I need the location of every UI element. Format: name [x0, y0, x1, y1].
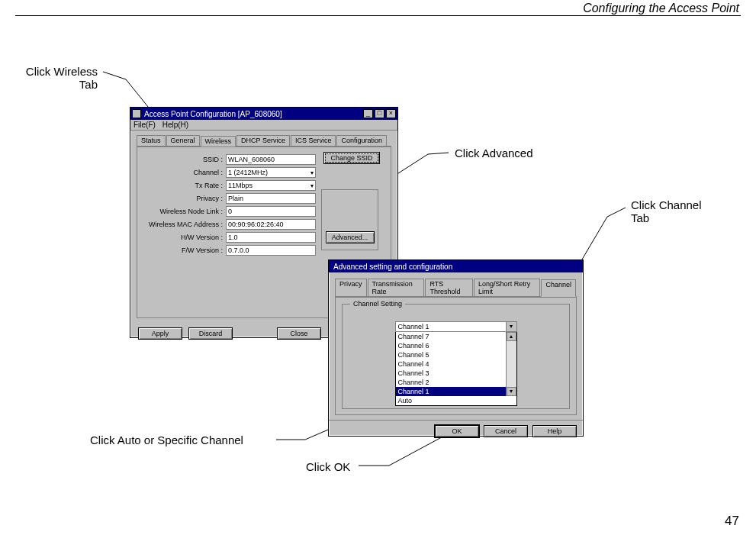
channel-group-title: Channel Setting: [350, 300, 405, 308]
privacy-label: Privacy :: [142, 195, 226, 202]
callout-advanced: Click Advanced: [455, 147, 533, 160]
channel-option-selected[interactable]: Channel 1: [396, 387, 516, 396]
callout-channel-tab: Click Channel Tab: [631, 198, 702, 224]
tab-adv-txrate[interactable]: Transmission Rate: [368, 279, 425, 296]
app-icon: [132, 109, 141, 118]
channel-option[interactable]: Channel 2: [396, 378, 516, 387]
fw-field: 0.7.0.0: [226, 245, 316, 256]
menubar: File(F) Help(H): [130, 120, 397, 131]
privacy-field[interactable]: Plain: [226, 193, 316, 204]
txrate-combo[interactable]: 11Mbps: [226, 180, 316, 191]
discard-button[interactable]: Discard: [188, 327, 233, 340]
nodelink-field: 0: [226, 206, 316, 217]
scroll-up-icon[interactable]: ▴: [507, 332, 516, 341]
channel-setting-group: Channel Setting Channel 1 ▾ ▴ ▾ Channel …: [342, 304, 570, 409]
nodelink-label: Wireless Node Link :: [142, 208, 226, 215]
channel-option[interactable]: Auto: [396, 396, 516, 405]
hw-field: 1.0: [226, 232, 316, 243]
ok-button[interactable]: OK: [435, 425, 479, 437]
maximize-button[interactable]: □: [375, 109, 384, 118]
main-titlebar: Access Point Configuration [AP_608060] _…: [130, 108, 397, 120]
ssid-label: SSID :: [142, 156, 226, 163]
ssid-field[interactable]: WLAN_608060: [226, 154, 316, 165]
main-tabs: Status General Wireless DHCP Service ICS…: [137, 135, 391, 147]
mac-field: 00:90:96:02:26:40: [226, 219, 316, 230]
channel-option-list: ▴ ▾ Channel 7 Channel 6 Channel 5 Channe…: [395, 332, 517, 406]
tab-ics[interactable]: ICS Service: [291, 135, 336, 146]
channel-label: Channel :: [142, 169, 226, 176]
channel-option[interactable]: Channel 6: [396, 341, 516, 350]
page-header-rule: [15, 15, 741, 16]
tab-wireless[interactable]: Wireless: [201, 136, 236, 147]
fw-label: F/W Version :: [142, 247, 226, 254]
advanced-titlebar: Advanced setting and configuration: [329, 260, 583, 272]
advanced-group: Advanced...: [321, 189, 378, 250]
tab-adv-privacy[interactable]: Privacy: [335, 279, 367, 296]
menu-help[interactable]: Help(H): [162, 121, 188, 129]
list-scrollbar[interactable]: ▴ ▾: [506, 332, 516, 396]
tab-adv-channel[interactable]: Channel: [541, 279, 576, 297]
channel-combo[interactable]: 1 (2412MHz): [226, 167, 316, 178]
close-window-button[interactable]: ×: [386, 109, 396, 118]
scroll-down-icon[interactable]: ▾: [507, 387, 516, 396]
page-number: 47: [725, 514, 739, 529]
minimize-button[interactable]: _: [363, 109, 373, 118]
change-ssid-button[interactable]: Change SSID: [323, 152, 380, 164]
mac-label: Wireless MAC Address :: [142, 221, 226, 228]
apply-button[interactable]: Apply: [138, 327, 182, 340]
channel-option[interactable]: Channel 4: [396, 359, 516, 369]
tab-dhcp[interactable]: DHCP Service: [236, 135, 290, 146]
txrate-label: Tx Rate :: [142, 182, 226, 189]
advanced-window-title: Advanced setting and configuration: [330, 263, 581, 271]
channel-option[interactable]: Channel 5: [396, 350, 516, 359]
channel-select[interactable]: Channel 1 ▾ ▴ ▾ Channel 7 Channel 6 Chan…: [395, 321, 517, 406]
cancel-button[interactable]: Cancel: [484, 425, 528, 437]
callout-ok: Click OK: [306, 460, 350, 473]
main-window-title: Access Point Configuration [AP_608060]: [144, 110, 363, 118]
tab-configuration[interactable]: Configuration: [336, 135, 387, 146]
advanced-panel: Channel Setting Channel 1 ▾ ▴ ▾ Channel …: [335, 297, 577, 415]
channel-option[interactable]: Channel 3: [396, 369, 516, 378]
close-button[interactable]: Close: [277, 327, 321, 340]
tab-adv-rts[interactable]: RTS Threshold: [425, 279, 473, 296]
advanced-window: Advanced setting and configuration Priva…: [328, 259, 584, 437]
scroll-track[interactable]: [507, 341, 516, 387]
callout-auto-specific: Click Auto or Specific Channel: [90, 433, 243, 446]
section-title: Configuring the Access Point: [583, 2, 739, 15]
hw-label: H/W Version :: [142, 234, 226, 241]
advanced-button-row: OK Cancel Help: [329, 420, 583, 442]
menu-file[interactable]: File(F): [134, 121, 156, 129]
tab-status[interactable]: Status: [137, 135, 166, 146]
tab-adv-retry[interactable]: Long/Short Retry Limit: [474, 279, 540, 296]
help-button[interactable]: Help: [532, 425, 577, 437]
callout-wireless-tab: Click Wireless Tab: [14, 65, 98, 91]
channel-option[interactable]: Channel 7: [396, 332, 516, 341]
channel-selected-value: Channel 1: [396, 323, 506, 330]
advanced-button[interactable]: Advanced...: [326, 231, 375, 243]
tab-general[interactable]: General: [166, 135, 200, 146]
advanced-tabs: Privacy Transmission Rate RTS Threshold …: [335, 279, 577, 297]
dropdown-arrow-icon[interactable]: ▾: [506, 322, 516, 331]
